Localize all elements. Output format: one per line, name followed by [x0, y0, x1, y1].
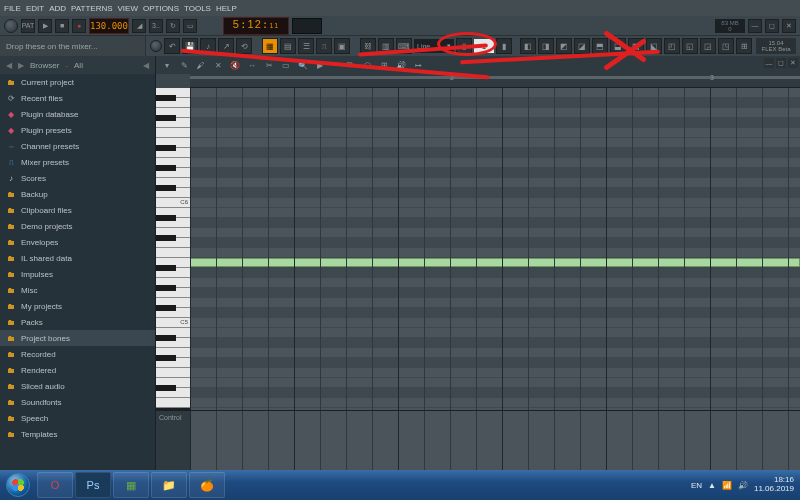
tool-6[interactable]: ⬓ — [610, 38, 626, 54]
render-button[interactable]: ♪ — [200, 38, 216, 54]
snap-selector[interactable]: Line▾ — [414, 39, 454, 53]
browser-item[interactable]: ⟳Recent files — [0, 90, 155, 106]
browser-collapse-button[interactable]: ◀ — [143, 61, 149, 70]
pr-slice-tool[interactable]: ✂ — [262, 58, 276, 72]
tray-clock[interactable]: 18:16 11.06.2019 — [754, 476, 794, 494]
menu-add[interactable]: ADD — [49, 4, 66, 13]
tool-12[interactable]: ◳ — [718, 38, 734, 54]
browser-item[interactable]: 🖿Packs — [0, 314, 155, 330]
tool-7[interactable]: ⬔ — [628, 38, 644, 54]
control-label[interactable]: Control — [156, 411, 190, 470]
pr-arrow-icon[interactable]: ↦ — [411, 58, 425, 72]
master-pitch-knob[interactable] — [150, 40, 162, 52]
pr-close-button[interactable]: ✕ — [788, 58, 798, 68]
midi-button[interactable]: ▥ — [378, 38, 394, 54]
menu-patterns[interactable]: PATTERNS — [71, 4, 112, 13]
tray-volume-icon[interactable]: 🔊 — [738, 481, 748, 490]
browser-item[interactable]: 🖿My projects — [0, 298, 155, 314]
tool-4[interactable]: ◪ — [574, 38, 590, 54]
record-button[interactable]: ● — [72, 19, 86, 33]
link-button[interactable]: ⛓ — [360, 38, 376, 54]
view-browser-button[interactable]: ▣ — [334, 38, 350, 54]
tray-flag-icon[interactable]: ▲ — [708, 481, 716, 490]
view-mixer-button[interactable]: ⎍ — [316, 38, 332, 54]
browser-item[interactable]: 🖿Speech — [0, 410, 155, 426]
export-button[interactable]: ↗ — [218, 38, 234, 54]
tray-lang[interactable]: EN — [691, 481, 702, 490]
minimize-button[interactable]: — — [748, 19, 762, 33]
pr-delete-tool[interactable]: ✕ — [211, 58, 225, 72]
view-playlist-button[interactable]: ▦ — [262, 38, 278, 54]
browser-item[interactable]: ⎓Channel presets — [0, 138, 155, 154]
browser-item[interactable]: 🖿Templates — [0, 426, 155, 442]
tray-network-icon[interactable]: 📶 — [722, 481, 732, 490]
tool-9[interactable]: ◰ — [664, 38, 680, 54]
view-channelrack-button[interactable]: ☰ — [298, 38, 314, 54]
browser-item[interactable]: 🖿Misc — [0, 282, 155, 298]
menu-help[interactable]: HELP — [216, 4, 237, 13]
browser-item[interactable]: 🖿Current project — [0, 74, 155, 90]
tool-10[interactable]: ◱ — [682, 38, 698, 54]
master-volume-knob[interactable] — [4, 19, 18, 33]
browser-item[interactable]: 🖿IL shared data — [0, 250, 155, 266]
cpu-meter[interactable]: 83 MB0 — [715, 19, 745, 33]
menu-tools[interactable]: TOOLS — [184, 4, 211, 13]
loop-button[interactable]: ↻ — [166, 19, 180, 33]
menu-options[interactable]: OPTIONS — [143, 4, 179, 13]
pr-volume-icon[interactable]: 🔊 — [394, 58, 408, 72]
pr-qtz-button[interactable]: ⊞ — [377, 58, 391, 72]
pattern-next-button[interactable]: ▮ — [496, 38, 512, 54]
browser-item[interactable]: 🖿Recorded — [0, 346, 155, 362]
tool-5[interactable]: ⬒ — [592, 38, 608, 54]
pr-play-tool[interactable]: ▶ — [313, 58, 327, 72]
stop-button[interactable]: ■ — [55, 19, 69, 33]
browser-scope[interactable]: All — [74, 61, 83, 70]
tool-2[interactable]: ◨ — [538, 38, 554, 54]
browser-item[interactable]: ◆Plugin database — [0, 106, 155, 122]
pr-zoom-tool[interactable]: 🔍 — [296, 58, 310, 72]
browser-item[interactable]: 🖿Impulses — [0, 266, 155, 282]
tool-13[interactable]: ⊞ — [736, 38, 752, 54]
taskbar-opera-icon[interactable]: O — [37, 472, 73, 498]
pr-stamp-button[interactable]: ⬡ — [360, 58, 374, 72]
pr-slip-tool[interactable]: ↔ — [245, 58, 259, 72]
pat-song-toggle[interactable]: PAT — [21, 19, 35, 33]
midi-note[interactable] — [190, 258, 800, 267]
pr-select-tool[interactable]: ▭ — [279, 58, 293, 72]
tool-8[interactable]: ⬕ — [646, 38, 662, 54]
view-pianoroll-button[interactable]: ▤ — [280, 38, 296, 54]
undo-button[interactable]: ↶ — [164, 38, 180, 54]
browser-item[interactable]: 🖿Clipboard files — [0, 202, 155, 218]
pianoroll-control-lane[interactable]: Control — [156, 410, 800, 470]
browser-item[interactable]: 🖿Envelopes — [0, 234, 155, 250]
step-mode-button[interactable]: ▭ — [183, 19, 197, 33]
pattern-prev-button[interactable]: ▯ — [456, 38, 472, 54]
tool-3[interactable]: ◩ — [556, 38, 572, 54]
tool-11[interactable]: ◲ — [700, 38, 716, 54]
browser-item[interactable]: ⎍Mixer presets — [0, 154, 155, 170]
close-button[interactable]: ✕ — [782, 19, 796, 33]
browser-item[interactable]: 🖿Soundfonts — [0, 394, 155, 410]
pr-mute-tool[interactable]: 🔇 — [228, 58, 242, 72]
pr-menu-button[interactable]: ▾ — [160, 58, 174, 72]
start-button[interactable] — [0, 470, 36, 500]
menu-edit[interactable]: EDIT — [26, 4, 44, 13]
taskbar-minecraft-icon[interactable]: ▦ — [113, 472, 149, 498]
tempo-display[interactable]: 130.000 — [89, 18, 129, 34]
pr-snap-button[interactable]: ⧉ — [343, 58, 357, 72]
browser-back-button[interactable]: ◀ — [6, 61, 12, 70]
play-button[interactable]: ▶ — [38, 19, 52, 33]
loop-rec-button[interactable]: ⟲ — [236, 38, 252, 54]
flex-badge[interactable]: 15.04FLEX Beta — [756, 38, 796, 54]
browser-item[interactable]: 🖿Project bones — [0, 330, 155, 346]
browser-fwd-button[interactable]: ▶ — [18, 61, 24, 70]
countdown-button[interactable]: 3.. — [149, 19, 163, 33]
menu-file[interactable]: FILE — [4, 4, 21, 13]
tool-1[interactable]: ◧ — [520, 38, 536, 54]
menu-view[interactable]: VIEW — [118, 4, 138, 13]
pr-paint-tool[interactable]: 🖌 — [194, 58, 208, 72]
browser-item[interactable]: 🖿Sliced audio — [0, 378, 155, 394]
pattern-number[interactable]: 1 — [474, 39, 494, 53]
browser-item[interactable]: 🖿Backup — [0, 186, 155, 202]
browser-item[interactable]: ♪Scores — [0, 170, 155, 186]
